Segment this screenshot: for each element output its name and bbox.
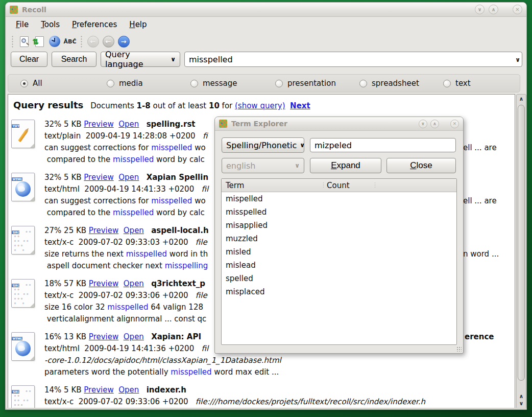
result-text-fragment: ell ... are <box>463 142 497 154</box>
category-label: text <box>455 79 471 88</box>
result-text: misspelled <box>107 303 148 312</box>
menu-help[interactable]: Help <box>124 18 152 31</box>
src-file-icon: SRC°° °°°°°° °°°°°° ° <box>11 226 35 254</box>
result-text: misspelled <box>151 196 192 205</box>
minimize-icon[interactable]: ∨ <box>475 5 485 14</box>
open-link[interactable]: Open <box>118 173 139 182</box>
category-radio-all[interactable]: All <box>20 79 42 88</box>
scroll-up-icon[interactable]: ∧ <box>517 393 526 400</box>
toolbar-handle[interactable] <box>11 35 14 48</box>
scrollbar-thumb[interactable] <box>518 105 525 381</box>
recoll-app-icon <box>10 6 18 14</box>
menu-bar: FileToolsPreferencesHelp <box>6 17 526 32</box>
category-radio-text[interactable]: text <box>443 79 471 88</box>
result-text: file:///home/dockes/projets/fulltext/rec… <box>196 397 425 406</box>
search-button[interactable]: Search <box>52 52 96 67</box>
preview-link[interactable]: Preview <box>84 120 113 129</box>
open-link[interactable]: Open <box>118 385 139 395</box>
close-icon[interactable]: ✕ <box>513 5 522 14</box>
radio-icon[interactable] <box>275 80 283 87</box>
term-row[interactable]: spelled <box>222 272 456 285</box>
radio-icon[interactable] <box>359 80 367 87</box>
preview-link[interactable]: Preview <box>89 226 118 235</box>
result-text: misspelling <box>165 261 208 270</box>
minimize-icon[interactable]: ∨ <box>419 120 427 128</box>
close-button[interactable]: Close <box>386 158 456 173</box>
result-text-fragment: n word ... <box>463 248 499 260</box>
window-bottom-edge <box>6 408 526 409</box>
term-row[interactable]: misled <box>222 245 456 259</box>
result-text: 18% 57 KB <box>44 279 89 288</box>
open-link[interactable]: Open <box>124 279 144 288</box>
category-radio-message[interactable]: message <box>190 79 237 88</box>
result-line: text/x-c 2009-07-02 09:33:06 +0200 file:… <box>44 396 512 408</box>
count-column-header[interactable]: Count <box>327 179 350 192</box>
category-radio-presentation[interactable]: presentation <box>275 79 336 88</box>
result-text: misspelled <box>171 367 211 377</box>
open-link[interactable]: Open <box>124 226 144 235</box>
result-text: size 16 color 32 <box>44 303 107 312</box>
close-icon[interactable]: ✕ <box>450 120 459 128</box>
resize-grip[interactable] <box>456 346 462 352</box>
preview-link[interactable]: Preview <box>89 279 118 288</box>
search-input[interactable] <box>184 52 522 67</box>
category-radio-media[interactable]: media <box>107 79 143 88</box>
menu-preferences[interactable]: Preferences <box>67 18 122 31</box>
result-text: word by calc <box>154 208 204 217</box>
result-text <box>144 279 151 288</box>
term-row[interactable]: mispelled <box>222 192 456 205</box>
term-row[interactable]: misspelled <box>222 205 456 219</box>
next-page-link[interactable]: Next <box>290 101 310 110</box>
radio-icon[interactable] <box>107 80 114 87</box>
document-preview-icon[interactable] <box>16 34 32 49</box>
open-link[interactable]: Open <box>124 332 144 341</box>
term-table-header[interactable]: Term Count <box>222 179 456 192</box>
term-row[interactable]: muzzled <box>222 232 456 245</box>
result-text: 64 valign 128 <box>149 303 203 312</box>
scroll-up-icon[interactable]: ∧ <box>517 96 526 103</box>
radio-icon[interactable] <box>20 80 28 87</box>
update-index-icon[interactable]: ⇅ <box>32 34 47 49</box>
query-mode-select[interactable]: Query language ∨ <box>101 52 180 67</box>
preview-link[interactable]: Preview <box>84 173 113 182</box>
toolbar-handle[interactable] <box>80 35 83 48</box>
menu-file[interactable]: File <box>11 18 34 31</box>
menu-tools[interactable]: Tools <box>36 18 65 31</box>
clear-button[interactable]: Clear <box>11 52 47 67</box>
result-text: 16% 13 KB <box>44 332 89 341</box>
html-file-icon: HTML <box>11 173 35 201</box>
term-input[interactable] <box>310 138 456 152</box>
result-title: spelling.rst <box>147 120 196 129</box>
result-text: 14% 5 KB <box>44 385 84 395</box>
scroll-down-icon[interactable]: ∨ <box>517 400 526 407</box>
chevron-down-icon: ∨ <box>171 56 176 63</box>
result-text: word max edit ... <box>212 367 279 377</box>
first-page-icon: ← <box>85 34 101 49</box>
sort-by-date-icon[interactable] <box>47 34 62 49</box>
maximize-icon[interactable]: ∧ <box>430 120 439 128</box>
next-page-icon[interactable]: → <box>116 34 131 49</box>
expand-button[interactable]: Expand <box>310 158 381 173</box>
term-explorer-abc-icon[interactable]: ÅBĈ <box>62 34 78 49</box>
maximize-icon[interactable]: ∧ <box>489 5 498 14</box>
result-text: misspelled <box>113 155 154 164</box>
search-row: Clear Search Query language ∨ ∨ <box>6 52 526 68</box>
result-text: wo <box>192 143 205 152</box>
result-title: q3richtext_p <box>151 279 205 288</box>
result-text <box>139 385 146 395</box>
category-radio-spreadsheet[interactable]: spreadsheet <box>359 79 419 88</box>
expansion-mode-select[interactable]: Spelling/Phonetic ∨ <box>222 137 304 153</box>
preview-link[interactable]: Preview <box>84 385 113 395</box>
show-query-link[interactable]: (show query) <box>235 101 285 110</box>
preview-link[interactable]: Preview <box>89 332 118 341</box>
radio-icon[interactable] <box>443 80 451 87</box>
dialog-titlebar[interactable]: Term Explorer ∨ ∧ ✕ <box>215 117 463 131</box>
term-row[interactable]: misplaced <box>222 285 456 298</box>
results-scrollbar[interactable]: ∧ ∧ ∨ <box>516 94 526 409</box>
radio-icon[interactable] <box>190 80 198 87</box>
open-link[interactable]: Open <box>118 120 139 129</box>
main-titlebar[interactable]: Recoll ∨ ∧ ✕ <box>6 3 526 17</box>
term-row[interactable]: misapplied <box>222 219 456 232</box>
term-column-header[interactable]: Term <box>226 179 244 192</box>
term-row[interactable]: mislead <box>222 259 456 272</box>
